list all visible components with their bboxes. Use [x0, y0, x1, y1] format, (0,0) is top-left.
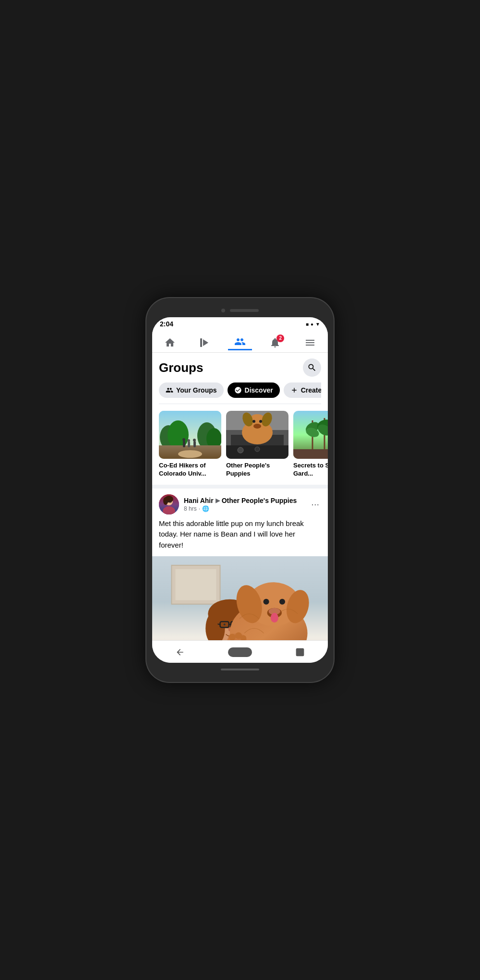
svg-point-22: [259, 420, 262, 423]
android-nav-bar: [152, 640, 328, 663]
battery-icon: ■: [306, 322, 309, 327]
status-icons: ■ ● ▼: [306, 322, 320, 327]
svg-point-76: [279, 599, 285, 605]
your-groups-icon: [166, 386, 173, 394]
svg-point-79: [271, 613, 278, 622]
svg-rect-8: [183, 441, 185, 447]
avatar-svg: [159, 494, 179, 514]
post-text: Met this adorable little pup on my lunch…: [152, 518, 328, 557]
home-icon: [164, 336, 176, 349]
svg-point-68: [224, 624, 226, 626]
notification-badge: 2: [276, 335, 284, 342]
pill-create[interactable]: Create: [284, 382, 321, 398]
group-card-puppies[interactable]: Other People's Puppies: [226, 411, 288, 478]
group-card-garden[interactable]: Secrets to Seasonal Gard...: [293, 411, 328, 478]
avatar: [159, 494, 179, 514]
pill-discover[interactable]: Discover: [228, 382, 280, 398]
group-card-img-puppies: [226, 411, 288, 459]
group-cards-section: Co-Ed Hikers of Colorado Univ...: [152, 404, 328, 485]
group-card-name-garden: Secrets to Seasonal Gard...: [293, 462, 328, 478]
pill-your-groups[interactable]: Your Groups: [159, 382, 224, 398]
post-time-dot: ·: [199, 505, 200, 512]
group-card-img-hikers: [159, 411, 221, 459]
post-author-name: Hani Ahir: [184, 497, 214, 504]
svg-rect-12: [193, 441, 196, 447]
svg-rect-57: [176, 569, 216, 600]
pill-your-groups-label: Your Groups: [176, 386, 217, 394]
bottom-bar: [221, 669, 259, 670]
pill-discover-label: Discover: [245, 386, 273, 394]
nav-menu[interactable]: [298, 335, 322, 350]
svg-point-13: [193, 439, 196, 442]
android-recents-button[interactable]: [292, 645, 308, 660]
back-icon: [175, 647, 185, 657]
puppies-svg: [226, 411, 288, 459]
post-header: Hani Ahir ▶ Other People's Puppies 8 hrs…: [152, 489, 328, 518]
garden-svg: [293, 411, 328, 459]
groups-header: Groups Your Groups: [152, 353, 328, 404]
nav-groups[interactable]: [228, 334, 252, 350]
post-arrow: ▶: [216, 497, 220, 504]
pill-create-label: Create: [301, 386, 321, 394]
avatar-image: [159, 494, 179, 514]
svg-point-11: [187, 439, 190, 442]
create-icon: [290, 386, 298, 394]
svg-point-26: [255, 447, 260, 452]
globe-icon: 🌐: [202, 505, 209, 512]
signal-icon: ▼: [315, 322, 320, 327]
filter-pills: Your Groups Discover Create: [159, 382, 321, 404]
phone-bottom: [152, 663, 328, 676]
post-author-line: Hani Ahir ▶ Other People's Puppies: [184, 497, 304, 504]
page-title: Groups: [159, 360, 203, 375]
android-home-pill[interactable]: [228, 647, 252, 657]
post-card: Hani Ahir ▶ Other People's Puppies 8 hrs…: [152, 489, 328, 640]
post-meta: Hani Ahir ▶ Other People's Puppies 8 hrs…: [184, 497, 304, 512]
recents-icon: [295, 647, 305, 657]
group-card-name-hikers: Co-Ed Hikers of Colorado Univ...: [159, 462, 221, 478]
search-button[interactable]: [303, 359, 321, 377]
phone-top-bar: [152, 304, 328, 317]
post-image: [152, 556, 328, 640]
svg-point-25: [238, 447, 243, 453]
post-time: 8 hrs · 🌐: [184, 505, 304, 512]
svg-point-23: [253, 424, 261, 429]
svg-rect-10: [188, 442, 190, 447]
camera-dot: [221, 309, 225, 312]
svg-point-3: [168, 420, 189, 449]
svg-rect-0: [200, 338, 202, 347]
post-group-name: Other People's Puppies: [222, 497, 297, 504]
watch-icon: [199, 336, 211, 349]
nav-home[interactable]: [158, 335, 182, 350]
status-bar: 2:04 ■ ● ▼: [152, 317, 328, 330]
svg-point-75: [264, 599, 269, 605]
svg-point-21: [252, 420, 255, 423]
nav-notifications[interactable]: 2: [263, 335, 287, 350]
post-time-text: 8 hrs: [184, 505, 197, 512]
speaker-bar: [230, 309, 259, 312]
post-options-button[interactable]: ···: [309, 499, 321, 510]
main-content: Groups Your Groups: [152, 353, 328, 640]
svg-point-7: [178, 450, 202, 458]
hikers-svg: [159, 411, 221, 459]
circle-icon: ●: [311, 322, 313, 327]
nav-bar: 2: [152, 330, 328, 353]
group-card-img-garden: [293, 411, 328, 459]
group-card-name-puppies: Other People's Puppies: [226, 462, 288, 478]
menu-icon: [304, 336, 316, 349]
android-back-button[interactable]: [172, 645, 188, 660]
status-time: 2:04: [160, 320, 173, 328]
groups-icon: [234, 335, 246, 348]
group-cards-scroll: Co-Ed Hikers of Colorado Univ...: [159, 411, 328, 478]
svg-line-66: [217, 624, 220, 625]
groups-title-row: Groups: [159, 359, 321, 377]
nav-watch[interactable]: [193, 335, 217, 350]
section-gap: [152, 485, 328, 489]
search-icon: [307, 363, 317, 372]
discover-icon: [234, 386, 242, 394]
group-card-hikers[interactable]: Co-Ed Hikers of Colorado Univ...: [159, 411, 221, 478]
post-image-svg: [152, 556, 328, 640]
svg-rect-38: [293, 449, 328, 459]
svg-point-9: [182, 438, 185, 441]
